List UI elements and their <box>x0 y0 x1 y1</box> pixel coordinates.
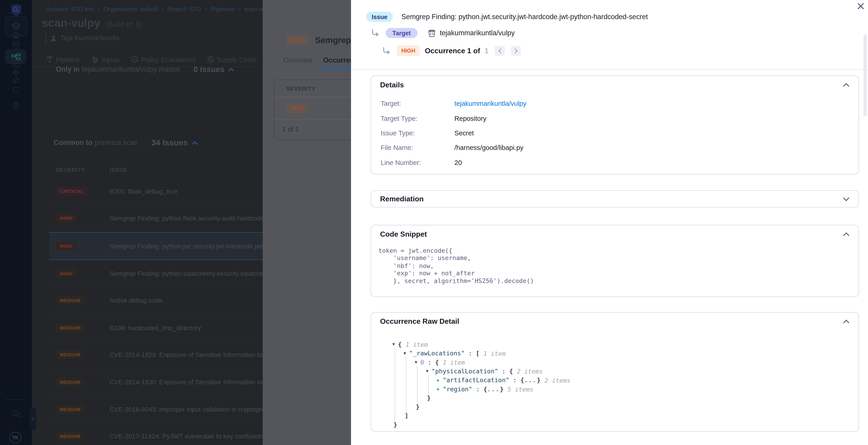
chevron-right-icon <box>514 48 518 54</box>
policy-shield-icon <box>132 56 138 63</box>
chevron-up-icon[interactable] <box>192 141 198 145</box>
chevron-up-icon[interactable] <box>843 83 849 87</box>
raw-detail-section: Occurrence Raw Detail ▼{1 item▼"_rawLoca… <box>371 312 859 432</box>
triggered-by-user: Teja Kummarikuntla <box>50 34 119 42</box>
target-name[interactable]: tejakummarikuntla/vulpy <box>440 29 515 37</box>
json-token-brace: [ <box>476 350 479 357</box>
raw-json-tree: ▼{1 item▼"_rawLocations" : [1 item▼0 : {… <box>393 340 859 429</box>
sidebar-item-home[interactable] <box>0 31 32 39</box>
json-token-brace: ] <box>405 412 408 419</box>
divider <box>351 69 868 70</box>
severity-badge: HIGH <box>56 269 76 278</box>
sidebar-item-scans[interactable] <box>0 41 32 49</box>
tab-inputs[interactable]: Inputs <box>91 54 121 65</box>
tab-label: Pipeline <box>56 56 80 63</box>
home-icon <box>12 31 20 39</box>
json-token-brace: { <box>483 386 487 393</box>
chevron-up-icon[interactable] <box>843 232 849 236</box>
tree-line: } <box>393 403 859 412</box>
sidebar-item-settings[interactable] <box>0 101 32 110</box>
sidebar-item-targets[interactable] <box>0 68 32 77</box>
page-title: scan-vulpy <box>42 17 100 30</box>
json-token-punc: : <box>498 368 509 375</box>
collapse-toggle-icon[interactable]: ▼ <box>393 340 398 349</box>
detail-row: File Name: /harness/good/libapi.py <box>371 141 859 155</box>
occurrence-detail-panel: Issue Semgrep Finding: python.jwt.securi… <box>351 0 868 445</box>
details-section: Details Target: tejakummarikuntla/vulpy … <box>371 76 859 175</box>
json-token-meta: 1 item <box>406 341 428 348</box>
circle-icon <box>12 86 20 94</box>
only-in-count[interactable]: 0 Issues <box>193 65 224 74</box>
collapse-toggle-icon[interactable]: ▼ <box>404 349 409 358</box>
tab-overview[interactable]: Overview <box>283 56 312 69</box>
scrollbar-thumb[interactable] <box>864 35 867 116</box>
code-snippet-pre: token = jwt.encode({ 'username': usernam… <box>378 247 859 285</box>
avatar[interactable]: TK <box>9 432 21 444</box>
collapse-toggle-icon[interactable]: ▼ <box>415 358 421 367</box>
svg-text:?: ? <box>14 412 16 415</box>
chevron-up-icon[interactable] <box>228 67 235 71</box>
chevron-down-icon[interactable] <box>843 197 849 201</box>
tree-line: ▼{1 item <box>393 340 859 349</box>
pipeline-icon <box>11 53 21 60</box>
json-token-key: "region" <box>443 386 472 393</box>
tree-guide <box>417 366 417 404</box>
breadcrumb-item[interactable]: Pipelines <box>211 6 245 12</box>
tree-line: } <box>393 394 859 403</box>
breadcrumb-item[interactable]: Organization: default <box>104 6 167 12</box>
close-icon <box>857 3 864 9</box>
json-token-brace: { <box>435 359 439 366</box>
play-box-icon <box>12 60 20 67</box>
severity-badge: HIGH <box>286 103 309 113</box>
json-token-brace: } <box>394 421 397 428</box>
json-token-punc: : <box>424 359 435 366</box>
previous-occurrence-button[interactable] <box>495 46 505 56</box>
severity-badge: HIGH <box>397 45 420 56</box>
json-token-brace: } <box>416 404 420 411</box>
gear-icon <box>12 101 20 110</box>
detail-label: Line Number: <box>380 159 455 167</box>
chevron-up-icon[interactable] <box>843 319 849 324</box>
json-token-brace: } <box>500 386 503 393</box>
expand-toggle-icon[interactable]: ▶ <box>437 376 443 385</box>
expand-toggle-icon[interactable]: ▶ <box>437 385 443 393</box>
tab-policy-evaluations[interactable]: Policy Evaluations <box>130 54 197 65</box>
branch-arrow-icon <box>371 29 379 37</box>
close-button[interactable] <box>856 2 865 10</box>
tree-guide <box>394 348 395 422</box>
tab-supply-chain[interactable]: Supply Chain <box>206 54 258 65</box>
tree-guide <box>428 375 428 395</box>
only-in-target: tejakummarikuntla/vulpy:master <box>82 65 180 73</box>
column-severity: SEVERITY <box>49 166 110 173</box>
json-token-index: 0 <box>421 359 424 366</box>
tab-label: Supply Chain <box>217 56 257 63</box>
tree-line: ] <box>393 412 859 420</box>
common-count[interactable]: 34 Issues <box>151 138 188 147</box>
sidebar-item-help[interactable]: ? <box>0 411 32 418</box>
inputs-tab-icon <box>91 56 99 63</box>
remediation-heading: Remediation <box>380 195 424 203</box>
detail-label: Target Type: <box>380 114 455 122</box>
detail-label: Issue Type: <box>380 129 455 137</box>
next-occurrence-button[interactable] <box>511 46 521 56</box>
severity-badge: HIGH <box>285 35 308 44</box>
json-token-key: "_rawLocations" <box>409 350 465 357</box>
issue-badge: Issue <box>366 12 393 22</box>
breadcrumb-item[interactable]: Account: STO test <box>46 6 104 12</box>
severity-badge: MEDIUM <box>56 296 84 305</box>
json-token-meta: 1 item <box>443 359 465 366</box>
sidebar-item-executions[interactable] <box>0 60 32 67</box>
branch-arrow-icon <box>382 47 390 54</box>
tab-pipeline[interactable]: Pipeline <box>45 54 81 65</box>
raw-detail-heading: Occurrence Raw Detail <box>380 317 459 326</box>
tree-guide <box>406 357 406 413</box>
sidebar-divider <box>6 399 26 400</box>
json-token-dots: ... <box>487 386 500 393</box>
sidebar-expand-handle[interactable] <box>30 408 36 430</box>
json-token-meta: 2 items <box>545 377 570 384</box>
sidebar-item-getting-started[interactable] <box>0 86 32 94</box>
breadcrumb-item[interactable]: Project: STO <box>167 6 211 12</box>
occurrence-title: Semgrep Finding: python.jwt.security.jwt… <box>402 13 648 21</box>
collapse-toggle-icon[interactable]: ▼ <box>426 367 432 376</box>
sidebar-item-exemptions[interactable] <box>0 77 32 83</box>
